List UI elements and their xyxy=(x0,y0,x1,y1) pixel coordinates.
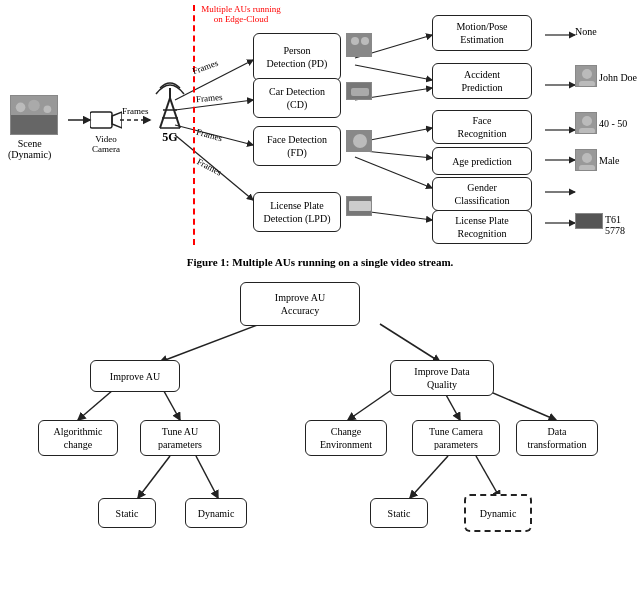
svg-line-51 xyxy=(160,324,260,362)
gender-face xyxy=(575,149,597,171)
svg-rect-50 xyxy=(576,213,602,229)
svg-line-59 xyxy=(196,456,218,498)
scene-image xyxy=(10,95,58,135)
scene-label: Scene(Dynamic) xyxy=(8,138,51,160)
john-face xyxy=(575,65,597,87)
tower: 5G xyxy=(152,80,188,145)
svg-point-22 xyxy=(28,100,40,112)
svg-marker-25 xyxy=(112,112,122,128)
figure-caption: Figure 1: Multiple AUs running on a sing… xyxy=(187,256,454,268)
face-recognition-box: FaceRecognition xyxy=(432,110,532,144)
svg-rect-40 xyxy=(349,201,371,211)
tune-camera-params-node: Tune Cameraparameters xyxy=(412,420,500,456)
algorithmic-change-node: Algorithmicchange xyxy=(38,420,118,456)
svg-rect-46 xyxy=(579,128,595,134)
svg-rect-32 xyxy=(347,33,371,57)
svg-rect-20 xyxy=(11,115,57,134)
root-node: Improve AUAccuracy xyxy=(240,282,360,326)
result-none: None xyxy=(575,26,597,37)
svg-line-27 xyxy=(170,98,180,128)
result-plate: T61 5778 xyxy=(605,214,640,236)
camera-icon xyxy=(90,108,122,132)
svg-point-38 xyxy=(353,134,367,148)
multi-au-label: Multiple AUs running on Edge-Cloud xyxy=(196,4,286,24)
frames-cd: Frames xyxy=(196,92,223,104)
result-male: Male xyxy=(599,155,620,166)
svg-line-7 xyxy=(355,65,432,80)
improve-au-node: Improve AU xyxy=(90,360,180,392)
svg-point-48 xyxy=(582,153,592,163)
svg-point-45 xyxy=(582,116,592,126)
static1-node: Static xyxy=(98,498,156,528)
age-prediction-box: Age prediction xyxy=(432,147,532,175)
improve-data-quality-node: Improve DataQuality xyxy=(390,360,494,396)
frames-camera: Frames xyxy=(122,106,149,116)
svg-point-42 xyxy=(582,69,592,79)
accident-prediction-box: AccidentPrediction xyxy=(432,63,532,99)
frames-lpd: Frames xyxy=(195,156,223,177)
frames-fd: Frames xyxy=(195,127,223,144)
fd-thumb xyxy=(346,130,372,152)
svg-rect-49 xyxy=(579,165,595,171)
svg-line-11 xyxy=(355,157,432,188)
face-detection-box: Face Detection(FD) xyxy=(253,126,341,166)
pd-thumb xyxy=(346,33,372,57)
age-face xyxy=(575,112,597,134)
license-plate-recognition-box: License PlateRecognition xyxy=(432,210,532,244)
svg-line-26 xyxy=(160,98,170,128)
dynamic2-node: Dynamic xyxy=(464,494,532,532)
static2-node: Static xyxy=(370,498,428,528)
cd-thumb xyxy=(346,82,372,100)
svg-line-58 xyxy=(138,456,170,498)
tower-label: 5G xyxy=(152,130,188,145)
svg-point-21 xyxy=(16,103,26,113)
dynamic1-node: Dynamic xyxy=(185,498,247,528)
lpd-thumb xyxy=(346,196,372,216)
svg-rect-43 xyxy=(579,81,595,87)
car-detection-box: Car Detection(CD) xyxy=(253,78,341,118)
svg-rect-24 xyxy=(90,112,112,128)
person-detection-box: PersonDetection (PD) xyxy=(253,33,341,81)
data-transformation-node: Datatransformation xyxy=(516,420,598,456)
svg-point-23 xyxy=(44,105,52,113)
svg-line-60 xyxy=(410,456,448,498)
tune-au-params-node: Tune AUparameters xyxy=(140,420,220,456)
svg-point-33 xyxy=(351,37,359,45)
gender-classification-box: GenderClassification xyxy=(432,177,532,211)
result-age: 40 - 50 xyxy=(599,118,627,129)
camera-label: VideoCamera xyxy=(88,134,124,154)
svg-point-34 xyxy=(361,37,369,45)
plate-image xyxy=(575,213,603,229)
frames-pd: Frames xyxy=(191,58,219,76)
result-john: John Doe xyxy=(599,72,637,83)
svg-line-52 xyxy=(380,324,440,362)
motion-pose-box: Motion/PoseEstimation xyxy=(432,15,532,51)
license-plate-detection-box: License PlateDetection (LPD) xyxy=(253,192,341,232)
change-environment-node: ChangeEnvironment xyxy=(305,420,387,456)
svg-rect-36 xyxy=(351,88,369,96)
svg-line-61 xyxy=(476,456,500,498)
